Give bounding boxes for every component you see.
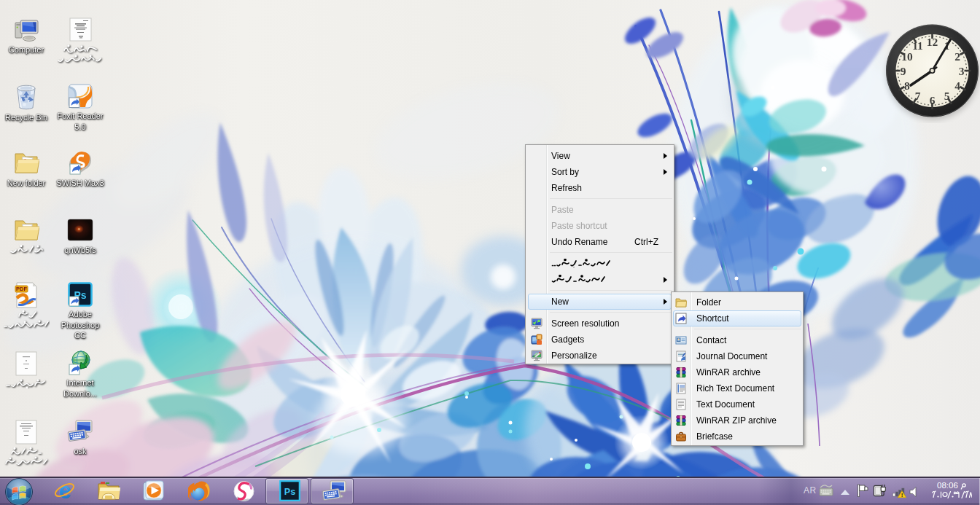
svg-text:12: 12 [927,36,938,48]
svg-text:10: 10 [901,50,913,63]
svg-text:2: 2 [954,50,960,63]
svg-text:7: 7 [915,90,921,102]
svg-text:e: e [58,479,71,503]
svg-text:Ps: Ps [284,487,295,497]
svg-text:3: 3 [959,65,965,77]
svg-text:6: 6 [930,94,936,106]
svg-text:4: 4 [954,79,960,92]
svg-text:5: 5 [944,90,950,102]
svg-text:9: 9 [901,65,906,77]
svg-text:PDF: PDF [16,286,27,292]
svg-text:!: ! [901,492,903,498]
svg-text:8: 8 [904,79,910,92]
svg-text:11: 11 [912,39,923,52]
